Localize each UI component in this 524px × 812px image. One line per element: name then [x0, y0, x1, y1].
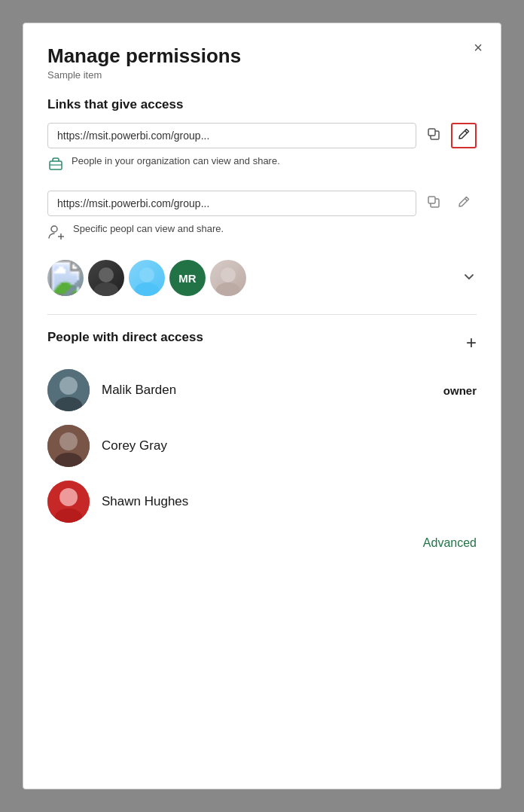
- edit-link1-button[interactable]: [451, 123, 477, 148]
- link2-desc: Specific peopl can view and share.: [47, 222, 477, 245]
- plus-icon: +: [466, 332, 477, 353]
- person-name-shawn: Shawn Hughes: [102, 494, 465, 509]
- panel-title: Manage permissions: [47, 44, 477, 68]
- close-button[interactable]: ×: [474, 40, 483, 55]
- edit-icon: [457, 127, 471, 145]
- copy-icon2: [427, 195, 440, 212]
- avatar-malik: [47, 369, 90, 411]
- avatar-2[interactable]: [88, 260, 124, 296]
- advanced-link-container: Advanced: [47, 536, 477, 550]
- edit-icon2: [457, 195, 471, 212]
- expand-avatars-button[interactable]: [462, 269, 477, 288]
- copy-link1-button[interactable]: [421, 123, 446, 148]
- svg-point-6: [51, 226, 57, 232]
- svg-point-22: [59, 432, 78, 450]
- people-section-title: People with direct access: [47, 330, 203, 345]
- avatar-5[interactable]: [210, 260, 246, 296]
- svg-point-19: [59, 377, 78, 395]
- avatars-row: MR: [47, 260, 477, 296]
- link1-input[interactable]: [47, 123, 416, 148]
- svg-point-25: [59, 488, 78, 506]
- svg-point-16: [221, 267, 236, 282]
- avatar-3[interactable]: [129, 260, 165, 296]
- person-name-malik: Malik Barden: [102, 383, 431, 398]
- divider: [47, 314, 477, 315]
- svg-point-12: [99, 267, 114, 282]
- person-row-malik: Malik Barden owner: [47, 369, 477, 411]
- edit-link2-button[interactable]: [451, 191, 477, 216]
- person-row-shawn: Shawn Hughes: [47, 481, 477, 523]
- copy-icon: [427, 127, 440, 145]
- people-header: People with direct access +: [47, 330, 477, 356]
- avatar-corey: [47, 425, 90, 467]
- avatar-shawn: [47, 481, 90, 523]
- avatar-1[interactable]: [47, 260, 84, 296]
- link1-row: [47, 123, 477, 148]
- people-add-icon: [47, 223, 66, 245]
- svg-point-14: [139, 267, 154, 282]
- link2-input[interactable]: [47, 191, 416, 216]
- add-person-button[interactable]: +: [466, 334, 477, 352]
- chevron-down-icon: [462, 270, 477, 287]
- person-role-malik: owner: [443, 384, 477, 397]
- panel-subtitle: Sample item: [47, 69, 477, 81]
- copy-link2-button[interactable]: [421, 191, 446, 216]
- person-name-corey: Corey Gray: [102, 438, 465, 453]
- link2-desc-text: Specific peopl can view and share.: [73, 222, 224, 236]
- manage-permissions-panel: × Manage permissions Sample item Links t…: [23, 23, 501, 789]
- link2-row: [47, 191, 477, 216]
- advanced-link[interactable]: Advanced: [423, 536, 477, 549]
- svg-point-15: [135, 282, 159, 296]
- link1-desc-text: People in your organization can view and…: [72, 154, 280, 168]
- svg-rect-1: [428, 129, 435, 136]
- link1-desc: People in your organization can view and…: [47, 154, 477, 176]
- svg-rect-5: [428, 197, 435, 203]
- briefcase-icon: [47, 155, 64, 176]
- svg-point-13: [94, 282, 118, 296]
- avatar-4-mr[interactable]: MR: [169, 260, 206, 296]
- svg-point-17: [216, 282, 240, 296]
- person-row-corey: Corey Gray: [47, 425, 477, 467]
- links-section-title: Links that give access: [47, 97, 477, 112]
